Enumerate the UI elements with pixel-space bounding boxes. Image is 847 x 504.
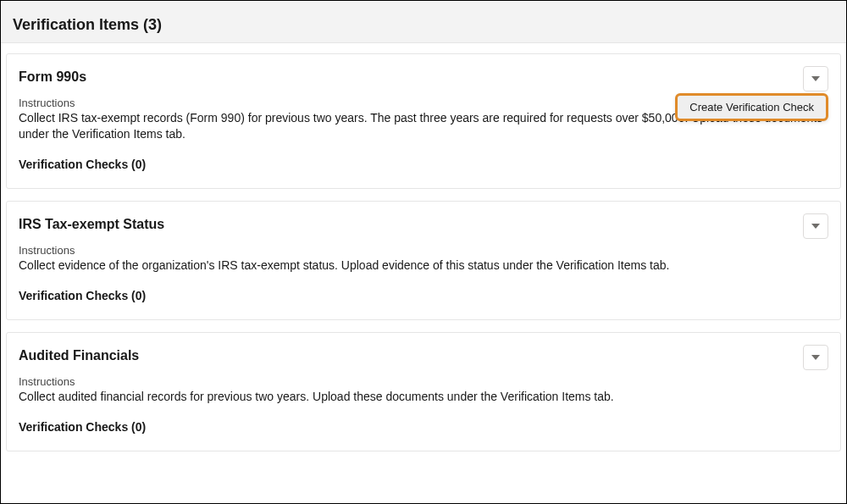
item-actions-button[interactable]: [803, 345, 828, 370]
create-verification-check-menu-item[interactable]: Create Verification Check: [675, 93, 828, 121]
instructions-label: Instructions: [19, 244, 828, 257]
verification-item-card: Audited Financials Instructions Collect …: [6, 332, 841, 451]
verification-checks-label: Verification Checks (0): [19, 420, 828, 434]
verification-item-title: Audited Financials: [19, 348, 828, 363]
verification-item-card: IRS Tax-exempt Status Instructions Colle…: [6, 201, 841, 320]
chevron-down-icon: [811, 75, 820, 83]
verification-item-card: Form 990s Create Verification Check Inst…: [6, 53, 841, 189]
instructions-label: Instructions: [19, 375, 828, 388]
panel-title: Verification Items (3): [13, 16, 834, 34]
instructions-text: Collect evidence of the organization's I…: [19, 258, 828, 274]
verification-item-title: IRS Tax-exempt Status: [19, 217, 828, 232]
verification-checks-label: Verification Checks (0): [19, 158, 828, 171]
verification-items-panel: Verification Items (3) Form 990s Create …: [1, 1, 846, 503]
panel-header: Verification Items (3): [1, 1, 846, 43]
verification-checks-label: Verification Checks (0): [19, 289, 828, 302]
item-actions-button[interactable]: [803, 66, 828, 91]
chevron-down-icon: [811, 353, 820, 362]
chevron-down-icon: [811, 222, 820, 230]
verification-item-title: Form 990s: [19, 69, 828, 85]
item-actions-button[interactable]: [803, 213, 828, 239]
instructions-text: Collect audited financial records for pr…: [19, 389, 828, 405]
